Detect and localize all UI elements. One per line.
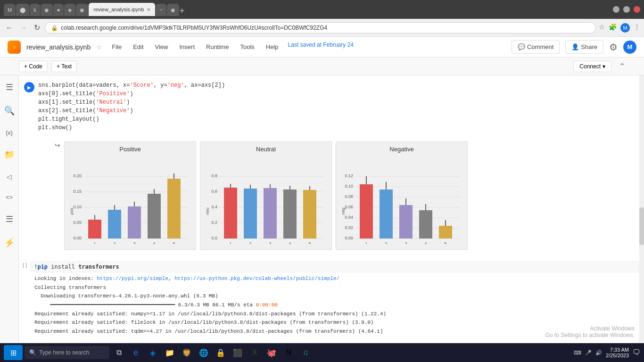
pip-code-line[interactable]: !pip install transformers: [31, 261, 640, 272]
profile-icon[interactable]: M: [620, 23, 630, 33]
colab-logo-text: ○: [12, 44, 16, 50]
tab-close-icon[interactable]: ✕: [147, 7, 150, 12]
colab-wheels-link[interactable]: https://us-python.pkg.dev/colab-wheels/p…: [174, 276, 339, 281]
run-icon: ▶: [27, 85, 31, 90]
active-tab[interactable]: review_analysis.ipynb ✕: [89, 3, 155, 16]
run-cell-button[interactable]: ▶: [24, 82, 34, 92]
browser-tab[interactable]: k: [30, 4, 40, 16]
add-code-button[interactable]: + Code: [19, 61, 48, 72]
code-line-3: axs[1].set_title('Neutral'): [38, 98, 640, 107]
taskbar-icon-chrome[interactable]: 🌐: [196, 345, 211, 360]
svg-text:5: 5: [308, 241, 311, 244]
activate-windows-title: Activate Windows: [545, 325, 635, 332]
sidebar-menu-icon[interactable]: ☰: [3, 79, 16, 95]
url-bar[interactable]: 🔒 colab.research.google.com/drive/1dVMP3…: [45, 22, 596, 33]
comment-icon: 💬: [518, 43, 525, 50]
browser-tab[interactable]: ~: [156, 4, 166, 16]
browser-tab[interactable]: ◈: [64, 4, 75, 16]
collapse-icon[interactable]: ⌃: [619, 62, 625, 71]
search-placeholder: Type here to search: [39, 349, 89, 356]
settings-icon[interactable]: ⚙: [609, 41, 618, 53]
menu-icon[interactable]: ⋮: [634, 23, 640, 33]
close-button[interactable]: [634, 6, 640, 13]
scrollbar-thumb[interactable]: [639, 207, 644, 245]
browser-tab[interactable]: ⬤: [16, 4, 29, 16]
svg-text:3: 3: [269, 241, 271, 244]
browser-tab[interactable]: M: [4, 4, 16, 16]
code-editor[interactable]: sns.barplot(data=vaders, x='Score', y='n…: [38, 81, 640, 132]
svg-text:0.2: 0.2: [211, 220, 217, 225]
positive-chart-title: Positive: [68, 146, 192, 153]
neutral-chart-title: Neutral: [204, 146, 328, 153]
taskbar-icon-vpn[interactable]: 🔒: [213, 345, 228, 360]
menu-help[interactable]: Help: [264, 41, 281, 52]
maximize-button[interactable]: [623, 6, 630, 13]
star-icon[interactable]: ☆: [96, 43, 102, 51]
svg-text:0.10: 0.10: [345, 184, 353, 189]
sidebar-files-icon[interactable]: 📁: [1, 147, 17, 163]
minimize-button[interactable]: [613, 6, 619, 13]
menu-tools[interactable]: Tools: [238, 41, 256, 52]
negative-chart: Negative 0.00 0.02 0.04 0.06 0.08 0.10 0…: [336, 141, 468, 250]
menu-insert[interactable]: Insert: [178, 41, 197, 52]
svg-text:0.08: 0.08: [345, 194, 353, 199]
svg-text:pos: pos: [69, 207, 74, 214]
bar-neutral-4: [283, 189, 297, 239]
mic-icon: 🎤: [585, 350, 592, 356]
notebook-title[interactable]: review_analysis.ipynb: [26, 43, 91, 51]
eta-text: 0:00:00: [256, 302, 278, 308]
taskbar-icon-spotify[interactable]: ♫: [298, 345, 313, 360]
sidebar-search-icon[interactable]: 🔍: [1, 103, 17, 119]
sidebar-variables-icon[interactable]: {x}: [3, 126, 16, 139]
forward-button[interactable]: →: [18, 22, 29, 34]
menu-edit[interactable]: Edit: [131, 41, 145, 52]
taskbar-icon-brave[interactable]: 🦁: [179, 345, 194, 360]
svg-text:2: 2: [385, 241, 387, 244]
browser-action-icons: ☆ 🧩 M ⋮: [599, 23, 640, 33]
svg-text:1: 1: [365, 241, 367, 244]
taskbar-icon-github[interactable]: 🐙: [264, 345, 279, 360]
taskbar-icon-notion[interactable]: N: [281, 345, 296, 360]
colab-logo: ○: [8, 41, 21, 54]
sidebar-back-icon[interactable]: ◁: [4, 170, 15, 183]
back-button[interactable]: ←: [4, 22, 15, 34]
bookmark-icon[interactable]: ☆: [599, 23, 605, 33]
sidebar-terminal-icon[interactable]: ⚡: [1, 235, 17, 251]
menu-runtime[interactable]: Runtime: [204, 41, 231, 52]
browser-tab[interactable]: ◉: [167, 4, 179, 16]
scrollbar[interactable]: [639, 75, 644, 343]
menu-file[interactable]: File: [110, 41, 124, 52]
new-tab-button[interactable]: +: [180, 6, 185, 16]
browser-tab[interactable]: ●: [53, 4, 64, 16]
refresh-button[interactable]: ↻: [32, 21, 42, 34]
taskbar-icon-excel[interactable]: X: [247, 345, 262, 360]
svg-text:4: 4: [153, 241, 155, 244]
taskbar-icon-edge[interactable]: e: [128, 345, 143, 360]
taskbar-icon-task-view[interactable]: ⧉: [111, 345, 126, 360]
user-avatar[interactable]: M: [623, 41, 636, 54]
active-tab-label: review_analysis.ipynb: [93, 7, 144, 12]
sidebar-list-icon[interactable]: ☰: [3, 211, 16, 227]
comment-label: Comment: [527, 43, 553, 50]
bar-negative-1: [360, 184, 373, 239]
add-text-button[interactable]: + Text: [51, 61, 77, 72]
start-button[interactable]: ⊞: [4, 345, 23, 360]
connect-button[interactable]: Connect ▾: [573, 61, 611, 72]
svg-text:0.15: 0.15: [73, 189, 82, 194]
menu-view[interactable]: View: [153, 41, 170, 52]
output-arrow-icon: ↪: [55, 141, 60, 149]
share-button[interactable]: 👤 Share: [565, 40, 603, 54]
taskbar-search[interactable]: 🔍 Type here to search: [25, 346, 109, 359]
pip-output-line-2: Collecting transformers: [34, 283, 636, 292]
taskbar-icon-vscode[interactable]: ◈: [145, 345, 160, 360]
taskbar-icon-terminal[interactable]: ⬛: [230, 345, 245, 360]
pypi-link[interactable]: https://pypi.org/simple: [97, 276, 168, 281]
browser-tab[interactable]: ◉: [41, 4, 53, 16]
address-bar-row: ← → ↻ 🔒 colab.research.google.com/drive/…: [0, 19, 644, 37]
sidebar-code-icon[interactable]: <>: [3, 191, 16, 204]
extensions-icon[interactable]: 🧩: [609, 23, 617, 33]
comment-button[interactable]: 💬 Comment: [512, 40, 560, 54]
taskbar-icon-explorer[interactable]: 📁: [162, 345, 177, 360]
browser-tab[interactable]: ◉: [76, 4, 88, 16]
notifications-icon[interactable]: 🗨: [633, 348, 640, 357]
